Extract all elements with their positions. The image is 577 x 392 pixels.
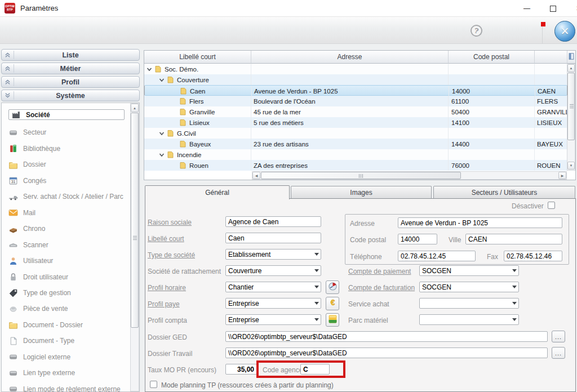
sidebar-panel: SociétéSecteurBibliothèqueDossier31Congé… xyxy=(1,103,140,392)
sidebar-item-bibliotheque[interactable]: Bibliothèque xyxy=(8,141,125,156)
parc-materiel-select[interactable] xyxy=(419,314,519,325)
tree-row-granville[interactable]: Granville45 rue de la mer50400GRANVILLE xyxy=(144,106,567,117)
sidebar-item-document-type[interactable]: Document - Type xyxy=(8,333,125,348)
sidebar-item-mail[interactable]: Mail xyxy=(8,206,125,220)
tree-row-soc-demo[interactable]: Soc. Démo. xyxy=(144,64,567,74)
profil-horaire-select[interactable]: Chantier xyxy=(225,282,321,292)
sidebar-section-profil[interactable]: Profil xyxy=(1,76,140,88)
type-societe-label[interactable]: Type de société xyxy=(148,251,195,259)
sidebar-item-droit-utilisateur[interactable]: Droit utilisateur xyxy=(8,270,125,284)
sidebar-item-secteur[interactable]: Secteur xyxy=(8,125,125,140)
sidebar-item-dossier[interactable]: Dossier xyxy=(8,157,125,172)
code-postal-input[interactable] xyxy=(398,234,437,244)
column-header-ville[interactable] xyxy=(535,51,567,64)
sidebar-item-lien-mode-de-reglement-externe[interactable]: Lien mode de règlement externe xyxy=(8,382,125,392)
sidebar-item-label: Lien mode de règlement externe xyxy=(23,385,121,392)
column-header-adresse[interactable]: Adresse xyxy=(251,51,449,64)
profil-paye-label[interactable]: Profil paye xyxy=(148,300,180,308)
ville-input[interactable] xyxy=(465,234,562,244)
sidebar-item-label: Scanner xyxy=(23,241,48,249)
column-chooser-header[interactable] xyxy=(567,51,575,64)
tree-scrollbar-thumb[interactable] xyxy=(567,73,575,140)
column-header-code-postal[interactable]: Code postal xyxy=(449,51,535,64)
close-button[interactable]: ✕ xyxy=(566,0,577,17)
tree-scroll-left-arrow[interactable]: ◀ xyxy=(252,172,260,179)
dossier-ged-browse-button[interactable]: ... xyxy=(552,331,565,342)
adresse-input[interactable] xyxy=(398,217,562,228)
tree-row-incendie[interactable]: Incendie xyxy=(144,149,567,160)
sidebar-section-liste[interactable]: Liste xyxy=(1,49,140,61)
cell-libelle: Bayeux xyxy=(144,139,251,149)
close-panel-button[interactable]: ✕ xyxy=(554,21,575,42)
compte-paiement-label[interactable]: Compte de paiement xyxy=(348,268,411,275)
raison-sociale-input[interactable] xyxy=(225,216,321,227)
profil-horaire-button[interactable] xyxy=(326,280,339,294)
sidebar-scroll-up-arrow[interactable]: ▲ xyxy=(131,104,139,112)
sidebar-item-conges[interactable]: 31Congés xyxy=(8,173,125,188)
taux-mo-pr-input[interactable] xyxy=(225,364,257,375)
sidebar-item-document-dossier[interactable]: Document - Dossier xyxy=(8,318,125,332)
tab-images[interactable]: Images xyxy=(291,186,432,199)
libelle-court-input[interactable] xyxy=(225,233,321,243)
tree-row-caen[interactable]: CaenAvenue de Verdun - BP 102514000CAEN xyxy=(144,85,567,96)
service-achat-select[interactable] xyxy=(419,298,519,309)
telephone-input[interactable] xyxy=(398,251,476,261)
maximize-button[interactable] xyxy=(540,0,566,17)
sidebar-section-metier[interactable]: Métier xyxy=(1,63,140,74)
tree-scroll-down-arrow[interactable]: ▼ xyxy=(567,162,575,170)
column-header-libelle-court[interactable]: Libellé court xyxy=(144,51,251,64)
sidebar-item-logiciel-externe[interactable]: Logiciel externe xyxy=(8,350,125,364)
sidebar-item-scanner[interactable]: Scanner xyxy=(8,238,125,252)
sidebar-section-systeme[interactable]: Système xyxy=(1,90,140,101)
sidebar-item-type-de-gestion[interactable]: Type de gestion xyxy=(8,286,125,300)
tab-secteurs-utilisateurs[interactable]: Secteurs / Utilisateurs xyxy=(433,186,575,199)
chevrons-up-icon[interactable] xyxy=(2,78,14,86)
profil-paye-button[interactable]: € xyxy=(326,297,339,310)
chevron-down-icon[interactable] xyxy=(159,130,166,137)
sidebar-item-serv-achat-stock-atelier-parc[interactable]: Serv. achat / Stock / Atelier / Parc xyxy=(8,189,125,204)
compte-paiement-select[interactable]: SOCGEN xyxy=(419,265,519,276)
tree-scrollbar-h-thumb[interactable] xyxy=(261,172,461,179)
tab-general[interactable]: Général xyxy=(145,185,290,199)
profil-compta-select[interactable]: Entreprise xyxy=(225,314,321,325)
mode-planning-checkbox[interactable] xyxy=(150,381,157,388)
minimize-button[interactable]: — xyxy=(514,0,540,17)
tree-scroll-right-arrow[interactable]: ▶ xyxy=(558,172,566,179)
raison-sociale-label[interactable]: Raison sociale xyxy=(148,219,192,226)
tree-row-bayeux[interactable]: Bayeux23 rue des artisans14400BAYEUX xyxy=(144,139,567,149)
sidebar-item-piece-de-vente[interactable]: Pièce de vente xyxy=(8,301,125,316)
profil-compta-button[interactable] xyxy=(326,313,339,327)
cell-ville: ROUEN xyxy=(535,160,567,171)
tree-row-rouen[interactable]: RouenZA des entreprises76000ROUEN xyxy=(144,160,567,171)
compte-facturation-select[interactable]: SOCGEN xyxy=(419,282,519,292)
tree-scroll-up-arrow[interactable]: ▲ xyxy=(567,64,575,72)
sidebar-item-societe[interactable]: Société xyxy=(8,109,125,120)
tree-row-lisieux[interactable]: Lisieux5 rue des métiers14100LISIEUX xyxy=(144,117,567,128)
societe-rattachement-select[interactable]: Couverture xyxy=(225,265,321,276)
tree-row-g-civil[interactable]: G.Civil xyxy=(144,128,567,139)
profil-paye-select[interactable]: Entreprise xyxy=(225,298,321,309)
dossier-travail-browse-button[interactable]: ... xyxy=(552,347,565,359)
sidebar-item-lien-type-externe[interactable]: Lien type externe xyxy=(8,366,125,380)
profil-horaire-label[interactable]: Profil horaire xyxy=(148,284,186,292)
chevron-down-icon[interactable] xyxy=(159,151,166,158)
compte-facturation-label[interactable]: Compte de facturation xyxy=(348,284,415,292)
tree-row-flers[interactable]: FlersBoulevard de l'Océan61100FLERS xyxy=(144,96,567,106)
sidebar-item-utilisateur[interactable]: Utilisateur xyxy=(8,253,125,268)
tree-row-couverture[interactable]: Couverture xyxy=(144,74,567,85)
fax-input[interactable] xyxy=(504,251,562,261)
libelle-court-label[interactable]: Libellé court xyxy=(148,235,184,243)
dossier-ged-input[interactable] xyxy=(225,331,548,342)
desactiver-checkbox[interactable] xyxy=(548,202,555,209)
chevrons-down-icon[interactable] xyxy=(2,91,14,100)
chevrons-up-icon[interactable] xyxy=(2,64,14,73)
help-icon[interactable]: ? xyxy=(469,24,483,38)
chevron-down-icon[interactable] xyxy=(147,65,154,73)
chevron-down-icon[interactable] xyxy=(159,76,166,83)
sidebar-item-chrono[interactable]: Chrono xyxy=(8,221,125,236)
sidebar-scrollbar-thumb[interactable] xyxy=(131,113,139,328)
column-chooser-icon[interactable] xyxy=(567,52,575,62)
dossier-travail-input[interactable] xyxy=(225,348,548,358)
type-societe-select[interactable]: Etablissement xyxy=(225,249,321,260)
chevrons-up-icon[interactable] xyxy=(2,51,14,59)
